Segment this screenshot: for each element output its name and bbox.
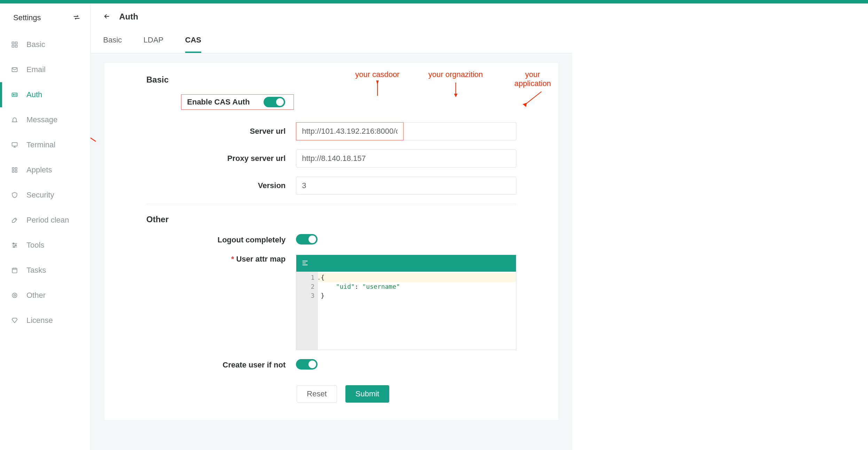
svg-line-21: [525, 92, 541, 105]
sidebar-item-label: Security: [26, 191, 54, 200]
annotation-application: your application: [507, 70, 558, 109]
back-icon[interactable]: [103, 13, 111, 21]
shield-icon: [10, 192, 19, 199]
svg-point-16: [12, 293, 17, 297]
breadcrumb: Auth: [119, 12, 138, 22]
create-user-label: Create user if not: [146, 360, 296, 370]
svg-rect-11: [15, 171, 17, 172]
sidebar-item-basic[interactable]: Basic: [0, 32, 90, 57]
sidebar-item-label: Message: [26, 115, 57, 124]
tab-label: CAS: [185, 36, 201, 44]
svg-rect-15: [12, 268, 17, 273]
id-icon: [10, 91, 19, 98]
user-attr-map-editor[interactable]: 1▾ 2 3 { "uid": "username" }: [296, 255, 516, 350]
editor-gutter: 1▾ 2 3: [296, 272, 318, 350]
sidebar-item-label: Email: [26, 65, 46, 74]
annotation-casdoor: your casdoor: [355, 70, 399, 98]
svg-point-14: [14, 246, 15, 247]
version-input[interactable]: [296, 177, 516, 195]
svg-rect-1: [15, 42, 17, 44]
panel: Basic your casdoor your orgnazition your…: [104, 63, 558, 420]
sidebar-item-auth[interactable]: Auth: [0, 82, 90, 107]
sidebar-item-label: Period clean: [26, 216, 69, 225]
bell-icon: [10, 116, 19, 123]
sidebar-item-security[interactable]: Security: [0, 183, 90, 208]
right-pad: [572, 3, 868, 450]
server-url-input[interactable]: [296, 122, 404, 140]
sidebar-item-label: Applets: [26, 165, 52, 174]
sidebar: Settings Basic Email Auth: [0, 3, 91, 450]
sidebar-item-label: Tools: [26, 241, 44, 250]
sidebar-item-label: Tasks: [26, 266, 46, 275]
svg-rect-9: [15, 168, 17, 169]
tab-basic[interactable]: Basic: [103, 32, 122, 53]
svg-rect-8: [12, 168, 14, 169]
sidebar-item-label: License: [26, 316, 53, 325]
logout-label: Logout completely: [146, 235, 296, 245]
svg-rect-2: [12, 45, 14, 47]
svg-point-17: [14, 295, 16, 296]
enable-cas-box: Enable CAS Auth: [181, 94, 294, 110]
editor-toolbar: [296, 255, 516, 272]
mail-icon: [10, 66, 19, 73]
sidebar-item-label: Terminal: [26, 140, 55, 149]
sidebar-item-email[interactable]: Email: [0, 57, 90, 82]
create-user-toggle[interactable]: [296, 359, 318, 370]
sidebar-item-label: Basic: [26, 40, 45, 49]
editor-code[interactable]: { "uid": "username" }: [318, 272, 516, 350]
sidebar-item-label: Auth: [26, 90, 42, 99]
server-url-input-tail[interactable]: [404, 122, 516, 140]
sidebar-title: Settings: [13, 13, 41, 22]
svg-rect-7: [12, 142, 17, 146]
svg-point-12: [13, 243, 14, 244]
sidebar-item-terminal[interactable]: Terminal: [0, 132, 90, 157]
tab-label: Basic: [103, 36, 122, 44]
proxy-url-input[interactable]: [296, 149, 516, 168]
svg-rect-10: [12, 171, 14, 172]
swap-icon[interactable]: [73, 14, 80, 22]
section-other-title: Other: [146, 215, 516, 224]
server-url-label: Server url: [146, 127, 296, 136]
sidebar-item-period-clean[interactable]: Period clean: [0, 208, 90, 233]
sidebar-item-other[interactable]: Other: [0, 283, 90, 308]
sidebar-item-applets[interactable]: Applets: [0, 157, 90, 183]
version-label: Version: [146, 181, 296, 190]
diamond-icon: [10, 317, 19, 324]
divider: [146, 204, 516, 204]
calendar-icon: [10, 267, 19, 274]
svg-point-6: [13, 94, 14, 95]
svg-rect-3: [15, 45, 17, 47]
grid-icon: [10, 41, 19, 48]
sidebar-item-tools[interactable]: Tools: [0, 233, 90, 258]
tab-cas[interactable]: CAS: [185, 32, 201, 53]
apps-icon: [10, 166, 19, 173]
svg-point-13: [15, 245, 16, 246]
svg-rect-0: [12, 42, 14, 44]
proxy-url-label: Proxy server url: [146, 154, 296, 163]
annotation-orgnazition: your orgnazition: [428, 70, 483, 98]
sidebar-item-label: Other: [26, 291, 46, 300]
sidebar-item-message[interactable]: Message: [0, 107, 90, 132]
reset-button[interactable]: Reset: [297, 385, 337, 403]
enable-cas-label: Enable CAS Auth: [187, 98, 250, 107]
format-icon[interactable]: [301, 259, 309, 268]
user-attr-map-label: *User attr map: [146, 255, 296, 264]
main: Auth Basic LDAP CAS Basic: [91, 3, 572, 450]
target-icon: [10, 292, 19, 299]
monitor-icon: [10, 141, 19, 148]
main-header: Auth Basic LDAP CAS: [91, 3, 572, 53]
submit-button[interactable]: Submit: [345, 385, 389, 403]
sidebar-item-license[interactable]: License: [0, 308, 90, 333]
topbar: [0, 0, 868, 3]
enable-cas-toggle[interactable]: [264, 97, 285, 107]
broom-icon: [10, 217, 19, 224]
logout-toggle[interactable]: [296, 234, 318, 245]
tab-ldap[interactable]: LDAP: [143, 32, 163, 53]
sliders-icon: [10, 242, 19, 249]
sidebar-item-tasks[interactable]: Tasks: [0, 258, 90, 283]
tab-label: LDAP: [143, 36, 163, 44]
annotation-arrow-auth: [91, 96, 99, 145]
svg-line-18: [91, 100, 96, 141]
